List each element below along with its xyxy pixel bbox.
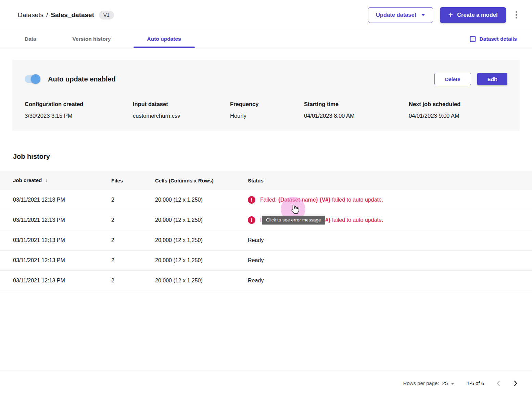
rows-per-page-select[interactable]: Rows per page: 25 <box>403 380 454 386</box>
cell-cells: 20,000 (12 x 1,250) <box>155 217 248 223</box>
breadcrumb: Datasets / Sales_dataset V1 <box>18 11 114 20</box>
dataset-details-label: Dataset details <box>480 36 517 42</box>
table-row: 03/11/2021 12:13 PM 2 20,000 (12 x 1,250… <box>0 251 532 271</box>
field-input-dataset: Input dataset customerchurn.csv <box>133 101 230 119</box>
update-dataset-label: Update dataset <box>376 12 416 18</box>
cell-job-created: 03/11/2021 12:13 PM <box>13 217 111 223</box>
previous-page-button[interactable] <box>496 380 501 386</box>
error-icon: ! <box>248 196 255 204</box>
error-icon: ! <box>248 216 255 224</box>
field-label: Starting time <box>304 101 409 107</box>
tab-version-history[interactable]: Version history <box>59 30 125 48</box>
cell-cells: 20,000 (12 x 1,250) <box>155 197 248 203</box>
kebab-menu-icon[interactable] <box>513 9 520 21</box>
field-label: Next job scheduled <box>409 101 460 107</box>
rows-per-page-value: 25 <box>442 380 448 386</box>
job-history-table: Job created↓ Files Cells (Columns x Rows… <box>0 171 532 291</box>
create-model-button[interactable]: + Create a model <box>440 7 506 23</box>
field-label: Configuration created <box>25 101 133 107</box>
field-next-job-scheduled: Next job scheduled 04/01/2023 9:00 AM <box>409 101 460 119</box>
edit-button[interactable]: Edit <box>477 73 507 85</box>
page-range-label: 1-6 of 6 <box>467 380 484 386</box>
sort-descending-icon: ↓ <box>45 177 48 183</box>
cell-job-created: 03/11/2021 12:13 PM <box>13 257 111 264</box>
cell-cells: 20,000 (12 x 1,250) <box>155 278 248 284</box>
dataset-details-link[interactable]: Dataset details <box>469 36 517 42</box>
cell-files: 2 <box>111 278 155 284</box>
auto-update-config-fields: Configuration created 3/30/2023 3:15 PM … <box>25 101 507 119</box>
cell-job-created: 03/11/2021 12:13 PM <box>13 237 111 243</box>
field-value: Hourly <box>230 113 304 119</box>
cell-cells: 20,000 (12 x 1,250) <box>155 237 248 243</box>
field-value: 3/30/2023 3:15 PM <box>25 113 133 119</box>
field-value: 04/01/2023 8:00 AM <box>304 113 409 119</box>
status-ready: Ready <box>248 257 532 264</box>
cell-job-created: 03/11/2021 12:13 PM <box>13 197 111 203</box>
column-header-cells[interactable]: Cells (Columns x Rows) <box>155 178 248 183</box>
cell-job-created: 03/11/2021 12:13 PM <box>13 278 111 284</box>
field-label: Frequency <box>230 101 304 107</box>
rows-per-page-label: Rows per page: <box>403 380 439 386</box>
tooltip: Click to see error message <box>262 216 325 225</box>
field-label: Input dataset <box>133 101 230 107</box>
auto-update-toggle[interactable] <box>25 75 40 83</box>
column-header-job-created[interactable]: Job created↓ <box>13 177 111 183</box>
plus-icon: + <box>448 11 453 19</box>
pagination-bar: Rows per page: 25 1-6 of 6 <box>0 371 532 395</box>
field-starting-time: Starting time 04/01/2023 8:00 AM <box>304 101 409 119</box>
status-ready: Ready <box>248 278 532 284</box>
auto-update-title: Auto update enabled <box>48 75 116 83</box>
create-model-label: Create a model <box>457 12 497 18</box>
job-history-title: Job history <box>13 153 532 161</box>
caret-down-icon <box>451 383 454 385</box>
toggle-knob <box>31 74 40 84</box>
cell-files: 2 <box>111 237 155 243</box>
field-configuration-created: Configuration created 3/30/2023 3:15 PM <box>25 101 133 119</box>
tab-bar: Data Version history Auto updates Datase… <box>0 30 532 48</box>
breadcrumb-separator: / <box>46 11 48 19</box>
field-value: customerchurn.csv <box>133 113 230 119</box>
version-badge: V1 <box>99 11 114 20</box>
cell-cells: 20,000 (12 x 1,250) <box>155 257 248 264</box>
auto-update-panel: Auto update enabled Delete Edit Configur… <box>12 60 520 131</box>
page-header: Datasets / Sales_dataset V1 Update datas… <box>0 0 532 30</box>
document-icon <box>469 36 476 42</box>
field-value: 04/01/2023 9:00 AM <box>409 113 460 119</box>
table-row: 03/11/2021 12:13 PM 2 20,000 (12 x 1,250… <box>0 230 532 251</box>
table-row: 03/11/2021 12:13 PM 2 20,000 (12 x 1,250… <box>0 271 532 291</box>
tab-data[interactable]: Data <box>11 30 50 48</box>
breadcrumb-datasets-link[interactable]: Datasets <box>18 11 43 19</box>
cell-files: 2 <box>111 257 155 264</box>
field-frequency: Frequency Hourly <box>230 101 304 119</box>
next-page-button[interactable] <box>514 380 518 386</box>
tab-auto-updates[interactable]: Auto updates <box>134 30 195 48</box>
status-ready: Ready <box>248 237 532 243</box>
cell-files: 2 <box>111 197 155 203</box>
header-actions: Update dataset + Create a model <box>368 7 520 23</box>
cell-files: 2 <box>111 217 155 223</box>
column-header-files[interactable]: Files <box>111 178 155 183</box>
page-title: Sales_dataset <box>51 11 94 19</box>
caret-down-icon <box>421 14 425 16</box>
delete-button[interactable]: Delete <box>434 73 471 85</box>
table-header-row: Job created↓ Files Cells (Columns x Rows… <box>0 171 532 190</box>
column-header-status[interactable]: Status <box>248 178 532 183</box>
status-failed-link[interactable]: ! Failed: {Dataset name} {V#} failed to … <box>248 196 532 204</box>
table-row: 03/11/2021 12:13 PM 2 20,000 (12 x 1,250… <box>0 190 532 210</box>
update-dataset-button[interactable]: Update dataset <box>368 7 433 23</box>
status-text: Failed: {Dataset name} {V#} failed to au… <box>260 197 383 203</box>
